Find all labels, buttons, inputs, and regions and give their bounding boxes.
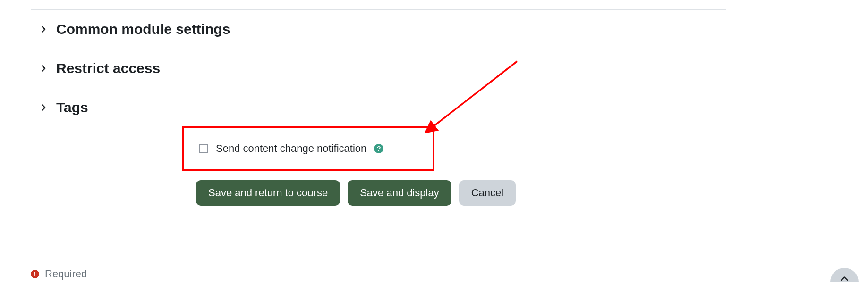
required-legend: ! Required <box>31 268 87 280</box>
help-icon[interactable]: ? <box>374 144 383 153</box>
required-icon: ! <box>31 270 39 278</box>
send-notification-label: Send content change notification <box>216 142 366 155</box>
chevron-up-icon <box>840 275 849 281</box>
section-restrict-access[interactable]: Restrict access <box>31 49 726 88</box>
chevron-right-icon <box>39 103 48 112</box>
save-display-button[interactable]: Save and display <box>348 180 451 206</box>
section-title: Restrict access <box>56 60 160 76</box>
cancel-button[interactable]: Cancel <box>459 180 516 206</box>
chevron-right-icon <box>39 64 48 73</box>
annotation-highlight-box: Send content change notification ? <box>182 126 434 171</box>
scroll-to-top-button[interactable] <box>830 268 859 282</box>
save-return-button[interactable]: Save and return to course <box>196 180 340 206</box>
action-button-row: Save and return to course Save and displ… <box>196 180 726 206</box>
section-title: Tags <box>56 100 88 116</box>
send-notification-checkbox[interactable] <box>199 144 208 153</box>
section-tags[interactable]: Tags <box>31 88 726 127</box>
chevron-right-icon <box>39 25 48 33</box>
section-common-module-settings[interactable]: Common module settings <box>31 9 726 49</box>
required-text: Required <box>45 268 87 280</box>
section-title: Common module settings <box>56 21 230 37</box>
